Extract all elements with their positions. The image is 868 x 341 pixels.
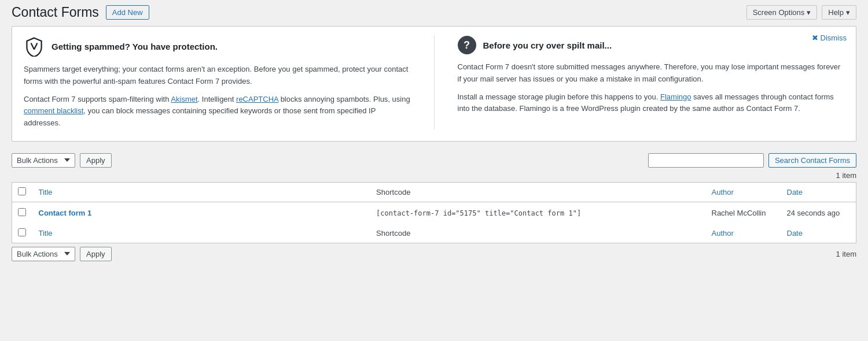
date-value: 24 seconds ago: [787, 209, 840, 217]
table-footer-row: Title Shortcode Author Date: [12, 224, 856, 243]
row-date-cell: 24 seconds ago: [781, 202, 856, 224]
main-content: ✖ Dismiss Getting spammed? You have prot…: [0, 26, 868, 273]
title-sort-link[interactable]: Title: [39, 188, 53, 197]
spam-protection-title: Getting spammed? You have protection.: [52, 42, 218, 51]
mail-storage-p1: Contact Form 7 doesn't store submitted m…: [458, 61, 845, 86]
contact-forms-table: Title Shortcode Author Date: [12, 182, 856, 243]
search-input[interactable]: [648, 153, 764, 168]
dismiss-button[interactable]: ✖ Dismiss: [812, 34, 847, 42]
help-button[interactable]: Help ▾: [822, 5, 856, 20]
top-bar: Contact Forms Add New Screen Options ▾ H…: [0, 0, 868, 26]
bulk-actions-select[interactable]: Bulk Actions: [12, 153, 75, 168]
comment-blacklist-link[interactable]: comment blacklist: [24, 106, 83, 115]
bulk-actions-select-bottom[interactable]: Bulk Actions: [12, 247, 75, 261]
chevron-down-icon: ▾: [807, 8, 811, 17]
footer-date-sort-link[interactable]: Date: [787, 229, 803, 238]
table-row: Contact form 1 [contact-form-7 id="5175"…: [12, 202, 856, 224]
akismet-link[interactable]: Akismet: [171, 95, 197, 103]
apply-button-top[interactable]: Apply: [80, 153, 112, 168]
mail-storage-p2: Install a message storage plugin before …: [458, 91, 845, 116]
footer-author-cell: Author: [706, 224, 781, 243]
table-actions-top: Bulk Actions Apply Search Contact Forms: [12, 153, 856, 168]
footer-title-sort-link[interactable]: Title: [39, 229, 53, 238]
select-all-footer-checkbox[interactable]: [18, 228, 26, 236]
item-count-bottom: 1 item: [836, 250, 856, 258]
chevron-down-icon: ▾: [846, 8, 850, 17]
spam-protection-heading: Getting spammed? You have protection.: [24, 36, 411, 57]
question-icon: ?: [458, 36, 476, 54]
header-shortcode-cell: Shortcode: [370, 182, 705, 202]
row-author-cell: Rachel McCollin: [706, 202, 781, 224]
footer-date-cell: Date: [781, 224, 856, 243]
row-checkbox-cell: [12, 202, 33, 224]
spam-protection-p1: Spammers target everything; your contact…: [24, 64, 411, 88]
header-date-cell: Date: [781, 182, 856, 202]
row-title-cell: Contact form 1: [33, 202, 371, 224]
dismiss-icon: ✖: [812, 34, 818, 42]
screen-options-button[interactable]: Screen Options ▾: [746, 5, 818, 20]
contact-form-link[interactable]: Contact form 1: [39, 209, 92, 217]
table-actions-right: Search Contact Forms: [648, 153, 856, 168]
mail-storage-heading: ? Before you cry over spilt mail...: [458, 36, 845, 54]
mail-storage-title: Before you cry over spilt mail...: [483, 40, 612, 50]
info-column-divider: [434, 36, 435, 129]
search-contact-forms-button[interactable]: Search Contact Forms: [768, 153, 856, 168]
header-title-cell: Title: [33, 182, 371, 202]
author-sort-link[interactable]: Author: [712, 188, 734, 197]
item-count-top: 1 item: [836, 171, 856, 180]
table-container: Bulk Actions Apply Search Contact Forms …: [12, 153, 856, 261]
page-title-area: Contact Forms Add New: [12, 5, 149, 20]
svg-line-0: [31, 43, 34, 50]
footer-author-sort-link[interactable]: Author: [712, 229, 734, 238]
flamingo-link[interactable]: Flamingo: [660, 92, 691, 101]
shield-icon: [24, 36, 45, 57]
spam-protection-column: Getting spammed? You have protection. Sp…: [24, 36, 411, 129]
page-title: Contact Forms: [12, 5, 99, 20]
shortcode-text: [contact-form-7 id="5175" title="Contact…: [376, 209, 581, 217]
bottom-item-count: 1 item: [836, 250, 856, 258]
row-shortcode-cell: [contact-form-7 id="5175" title="Contact…: [370, 202, 705, 224]
bottom-actions-left: Bulk Actions Apply: [12, 247, 112, 261]
add-new-button[interactable]: Add New: [106, 5, 149, 20]
svg-line-1: [34, 43, 37, 50]
top-right-buttons: Screen Options ▾ Help ▾: [746, 5, 856, 20]
info-columns: Getting spammed? You have protection. Sp…: [24, 36, 844, 129]
footer-title-cell: Title: [33, 224, 371, 243]
table-actions-left: Bulk Actions Apply: [12, 153, 112, 168]
footer-checkbox-cell: [12, 224, 33, 243]
author-name: Rachel McCollin: [712, 209, 766, 217]
recaptcha-link[interactable]: reCAPTCHA: [236, 95, 278, 103]
footer-shortcode-cell: Shortcode: [370, 224, 705, 243]
mail-storage-column: ? Before you cry over spilt mail... Cont…: [458, 36, 845, 129]
row-checkbox[interactable]: [18, 208, 26, 216]
date-sort-link[interactable]: Date: [787, 188, 803, 197]
table-actions-bottom: Bulk Actions Apply 1 item: [12, 247, 856, 261]
apply-button-bottom[interactable]: Apply: [80, 247, 112, 261]
info-box: ✖ Dismiss Getting spammed? You have prot…: [12, 26, 856, 142]
header-checkbox-cell: [12, 182, 33, 202]
select-all-checkbox[interactable]: [18, 187, 26, 195]
spam-protection-p2: Contact Form 7 supports spam-filtering w…: [24, 94, 411, 129]
table-header-row: Title Shortcode Author Date: [12, 182, 856, 202]
header-author-cell: Author: [706, 182, 781, 202]
